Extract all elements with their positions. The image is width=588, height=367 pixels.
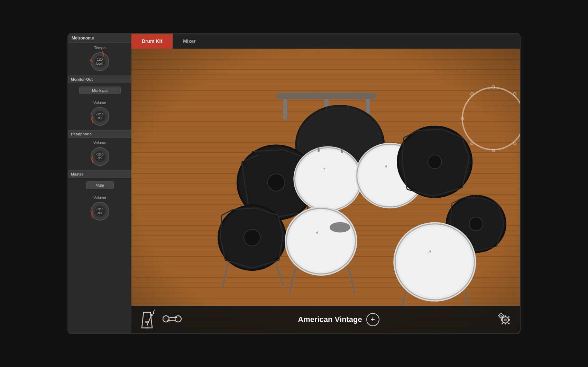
svg-point-35 (268, 174, 285, 191)
connection-icon[interactable] (163, 311, 182, 328)
svg-point-7 (94, 206, 105, 217)
settings-icon[interactable] (496, 310, 513, 329)
tempo-knob[interactable]: 120bpm (90, 51, 110, 72)
svg-rect-16 (283, 99, 287, 120)
kit-name-text: American Vintage (298, 315, 362, 324)
svg-rect-128 (508, 319, 510, 321)
master-section-label: Master (68, 170, 131, 178)
svg-point-83 (244, 230, 260, 246)
svg-rect-15 (276, 93, 376, 99)
svg-point-117 (163, 316, 169, 322)
svg-point-1 (94, 56, 105, 67)
svg-point-3 (94, 111, 105, 122)
svg-point-134 (500, 315, 502, 317)
master-volume-label: Volume (93, 195, 106, 199)
svg-line-92 (349, 269, 355, 293)
svg-point-103 (513, 92, 516, 95)
svg-rect-136 (500, 317, 502, 319)
svg-point-62 (469, 217, 483, 231)
svg-point-109 (471, 92, 474, 95)
svg-rect-137 (498, 315, 499, 316)
tab-drum-kit[interactable]: Drum Kit (131, 34, 173, 49)
headphone-volume-knob[interactable]: -12.0dB (90, 146, 110, 167)
monitor-volume-knob[interactable]: -12.0dB (90, 106, 110, 127)
svg-rect-132 (508, 322, 510, 324)
headphone-section-label: Headphone (68, 130, 131, 138)
svg-line-85 (276, 263, 283, 285)
bottom-bar: American Vintage + (131, 306, 520, 333)
monitor-out-label: Monitor-Out (68, 75, 131, 83)
metronome-icon[interactable] (138, 309, 156, 330)
svg-point-124 (504, 319, 507, 321)
svg-text:rl: rl (316, 231, 318, 234)
main-area: Drum Kit Mixer (131, 34, 520, 333)
svg-point-107 (471, 142, 474, 145)
svg-point-113 (150, 314, 153, 316)
svg-point-118 (175, 316, 181, 322)
svg-point-5 (94, 151, 105, 162)
tempo-section: Tempo 120bpm (68, 43, 131, 75)
app-container: Metronome Tempo 120bpm Monitor-Out Mix-I… (67, 33, 521, 334)
add-kit-button[interactable]: + (366, 313, 379, 326)
svg-rect-41 (318, 147, 320, 152)
sidebar: Metronome Tempo 120bpm Monitor-Out Mix-I… (68, 34, 131, 333)
svg-point-95 (397, 226, 472, 297)
svg-line-84 (223, 263, 228, 286)
svg-rect-126 (505, 323, 506, 324)
kit-name-area: American Vintage + (298, 313, 379, 326)
svg-rect-125 (505, 315, 506, 317)
svg-rect-131 (502, 322, 504, 324)
svg-point-50 (428, 155, 442, 169)
master-volume-section: Volume -12.0dB (68, 193, 131, 225)
metronome-label: Metronome (72, 36, 94, 41)
monitor-volume-section: Volume -12.0dB (68, 98, 131, 130)
metronome-header: Metronome (68, 34, 131, 43)
svg-point-38 (297, 150, 359, 208)
monitor-volume-label: Volume (93, 100, 106, 105)
svg-point-100 (330, 222, 350, 233)
svg-rect-114 (145, 321, 149, 323)
drum-stage: rl rl (131, 49, 520, 333)
svg-point-105 (513, 142, 516, 145)
svg-point-101 (462, 88, 520, 150)
svg-rect-42 (341, 149, 343, 153)
mute-button[interactable]: Mute (86, 181, 114, 189)
svg-rect-138 (503, 315, 504, 316)
svg-text:rl: rl (429, 250, 431, 254)
headphone-volume-section: Volume -12.0dB (68, 138, 131, 170)
mix-input-button[interactable]: Mix-Input (79, 87, 121, 94)
tab-bar: Drum Kit Mixer (131, 34, 520, 49)
svg-rect-127 (501, 319, 503, 321)
svg-text:rl: rl (323, 167, 325, 171)
svg-rect-135 (500, 313, 502, 314)
svg-line-112 (147, 315, 151, 325)
svg-line-91 (289, 269, 295, 293)
tempo-label: Tempo (94, 46, 105, 50)
svg-rect-130 (508, 316, 510, 318)
svg-point-88 (288, 211, 353, 272)
svg-text:rl: rl (385, 165, 387, 169)
bottom-icons-left (138, 309, 182, 330)
master-volume-knob[interactable]: -12.0dB (90, 201, 110, 222)
tab-mixer[interactable]: Mixer (173, 34, 206, 49)
headphone-volume-label: Volume (93, 141, 106, 145)
